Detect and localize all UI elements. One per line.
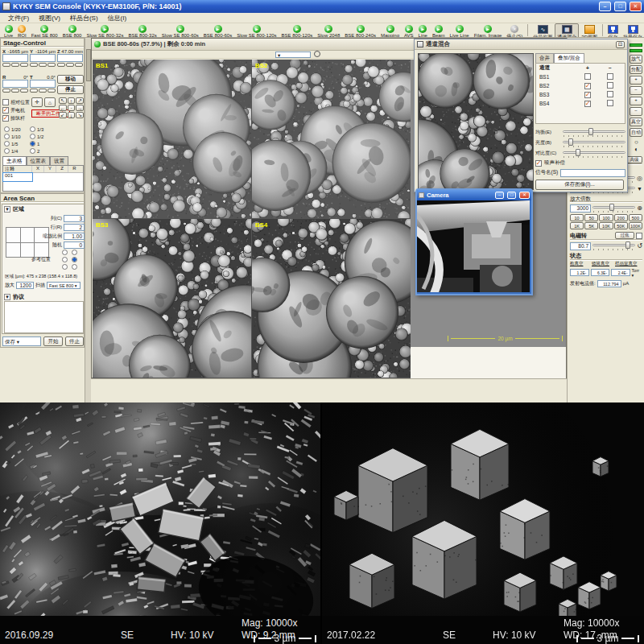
toolbar-button[interactable]: ▶Slow SE 800-32s (84, 23, 126, 38)
channel-minus-checkbox[interactable] (607, 100, 613, 106)
mag-preset-button[interactable]: 500 (629, 214, 642, 221)
magnifier-icon[interactable] (314, 51, 320, 57)
panel-fragment-button[interactable]: − (630, 86, 642, 95)
camera-close-button[interactable]: ✕ (519, 192, 530, 199)
menu-item[interactable]: 样品台(S) (65, 14, 103, 23)
toolbar-button[interactable]: ◎ROI (15, 23, 29, 38)
columns-input[interactable]: 3 (64, 215, 85, 222)
jog-speed-option[interactable]: 1/3 (30, 126, 56, 133)
stage-move-button[interactable]: 移动 (57, 75, 84, 84)
toolbar-button[interactable]: ▶BSE 800-120s (279, 23, 316, 38)
mag-preset-button[interactable]: 10 (570, 214, 584, 221)
speed-radio[interactable] (30, 141, 35, 147)
mag-preset-button[interactable]: 50 (584, 214, 598, 221)
toolbar-button[interactable]: ▶Beam (430, 23, 448, 38)
noise-compensation-checkbox[interactable]: ✓ (535, 160, 542, 167)
contrast-slider[interactable] (563, 149, 625, 159)
mag-preset-button[interactable]: 200 (614, 214, 628, 221)
sem-quadrant-image[interactable] (93, 219, 251, 378)
relative-position-checkbox[interactable] (2, 99, 9, 105)
rotation-slider[interactable] (592, 242, 635, 251)
sem-quadrant-image[interactable] (252, 60, 411, 218)
channel-minus-checkbox[interactable] (607, 82, 613, 89)
toolbar-button[interactable]: ▶BSE 800-240s (342, 23, 378, 38)
camera-minimize-button[interactable]: – (495, 192, 504, 199)
maximize-button[interactable]: □ (614, 2, 626, 11)
jog-speed-option[interactable]: 1/5 (4, 140, 30, 147)
channel-minus-checkbox[interactable] (607, 73, 613, 80)
panel-fragment-button[interactable]: 放气 (630, 55, 642, 64)
center-stage-button[interactable]: ✛ (31, 97, 43, 107)
random-input[interactable]: 0 (64, 242, 85, 249)
dock-icon[interactable]: ⊡ (616, 41, 625, 48)
toolbar-button[interactable]: 保存 (605, 23, 621, 38)
vacuum-unit-select[interactable]: Torr ▾ (632, 268, 642, 278)
collapse-icon[interactable]: ▾ (4, 294, 10, 300)
mag-preset-button[interactable]: 5K (584, 222, 598, 229)
channel-plus-checkbox[interactable] (584, 73, 591, 80)
signal-name-input[interactable] (560, 169, 625, 177)
toolbar-button[interactable]: 批量保存 (621, 23, 644, 38)
overfocus-button[interactable]: 过焦 (615, 232, 634, 239)
toolbar-button[interactable]: ▶AVS (402, 23, 416, 38)
channel-minus-checkbox[interactable] (607, 91, 613, 97)
panel-fragment-button[interactable]: + (630, 97, 642, 105)
menu-item[interactable]: 视图(V) (34, 14, 65, 23)
sem-quadrant-image[interactable] (93, 60, 251, 218)
home-stage-button[interactable]: ⌂ (44, 97, 56, 107)
jog-speed-option[interactable]: 1/2 (30, 133, 56, 140)
panel-fragment-button[interactable]: 分配 (630, 65, 642, 74)
jog-speed-option[interactable]: 1 (30, 140, 56, 147)
speed-radio[interactable] (4, 134, 10, 139)
toolbar-button[interactable]: ▶Slow 2048 (315, 23, 342, 38)
region-group-header[interactable]: ▾ 区域 (2, 204, 84, 214)
toolbar-button[interactable]: ∿信号监测 (530, 23, 555, 38)
magnification-value[interactable]: 3000 (570, 204, 591, 213)
toolbar-button[interactable]: ▶Mapping (378, 23, 402, 38)
reference-selected-radio[interactable] (72, 257, 77, 262)
area-stop-button[interactable]: 停止 (65, 336, 84, 346)
protocol-list[interactable] (4, 301, 84, 333)
toolbar-button[interactable]: ▶Slow SE 800-120s (234, 23, 279, 38)
minimize-button[interactable]: – (599, 2, 611, 11)
channel-plus-checkbox[interactable]: ✓ (584, 83, 591, 89)
toolbar-button[interactable]: ✕停止(S) (504, 23, 525, 38)
table-row[interactable]: 001 (3, 173, 83, 181)
speed-radio[interactable] (30, 126, 35, 132)
speed-radio[interactable] (4, 141, 10, 147)
stage-t-input[interactable] (30, 80, 56, 88)
stage-z-input[interactable] (57, 54, 83, 62)
panel-fragment-button[interactable]: 真空 (630, 118, 642, 126)
motor-on-checkbox[interactable]: ✓ (2, 107, 9, 114)
zoom-select[interactable]: ▾ (275, 52, 311, 58)
close-button[interactable]: ✕ (630, 2, 642, 11)
rows-input[interactable]: 2 (64, 224, 85, 231)
joystick-checkbox[interactable]: ✓ (2, 115, 9, 122)
focus-advanced-button[interactable]: 高级 (626, 156, 642, 163)
toolbar-button[interactable]: ▶BSE 800 (60, 23, 85, 38)
rotation-value[interactable]: 80.7 (570, 242, 591, 250)
panel-fragment-button[interactable]: 自动 (630, 128, 642, 137)
save-image-button[interactable]: 保存图像(I)... (535, 180, 624, 190)
toolbar-button[interactable]: ▶Live (2, 23, 15, 38)
toolbar-button[interactable]: ▦通道混合 (555, 23, 579, 38)
tab-merge[interactable]: 合并 (535, 53, 554, 63)
mag-preset-button[interactable]: 1K (570, 222, 584, 229)
stage-r-input[interactable] (2, 80, 28, 88)
channel-plus-checkbox[interactable]: ✓ (584, 92, 591, 98)
collapse-icon[interactable]: ▾ (4, 206, 10, 213)
rotation-checkbox[interactable] (636, 233, 642, 239)
toolbar-button[interactable]: ▶Filam. Image (472, 23, 505, 38)
area-start-button[interactable]: 开始 (43, 336, 63, 346)
menu-item[interactable]: 信息(I) (103, 14, 132, 23)
jog-speed-option[interactable]: 1/20 (4, 126, 30, 133)
camera-maximize-button[interactable]: □ (507, 192, 516, 199)
tab-overlay[interactable]: 叠加/混合 (554, 53, 584, 63)
toolbar-button[interactable]: ▶Line (416, 23, 430, 38)
protocol-group-header[interactable]: ▾ 协议 (4, 293, 24, 301)
mag-preset-button[interactable]: 100 (599, 214, 613, 221)
sem-quadrant-image[interactable] (252, 219, 411, 378)
mag-preset-button[interactable]: 100K (629, 222, 642, 229)
panel-fragment-button[interactable]: + (630, 76, 642, 85)
toolbar-button[interactable]: ▶BSE 800-60s (201, 23, 234, 38)
